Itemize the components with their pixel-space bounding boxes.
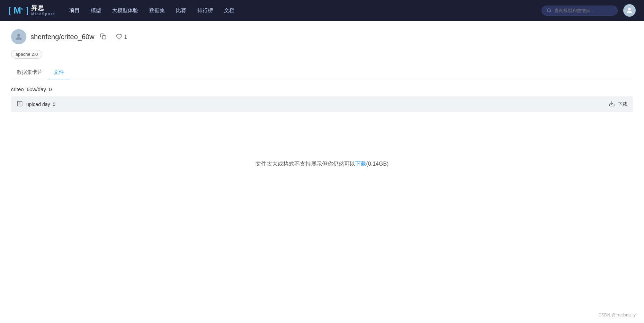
nav-link-dataset[interactable]: 数据集 bbox=[149, 7, 165, 13]
download-icon bbox=[609, 101, 615, 108]
nav-item-llm[interactable]: 大模型体验 bbox=[112, 7, 138, 14]
main-content: shenfeng/criteo_60w 1 apache 2.0 数据集卡片 文… bbox=[0, 21, 644, 225]
nav-item-project[interactable]: 项目 bbox=[69, 7, 80, 14]
user-avatar bbox=[11, 29, 26, 44]
navbar-right bbox=[542, 4, 636, 17]
heart-icon bbox=[116, 34, 122, 40]
logo-brand-name: 昇思 bbox=[31, 5, 55, 12]
avatar-icon bbox=[14, 32, 23, 41]
copy-icon[interactable] bbox=[100, 33, 106, 41]
file-icon bbox=[17, 101, 23, 108]
file-name: upload day_0 bbox=[26, 102, 55, 107]
avatar[interactable] bbox=[623, 4, 636, 17]
file-row-left: upload day_0 bbox=[17, 101, 55, 108]
search-icon bbox=[547, 8, 552, 13]
nav-link-docs[interactable]: 文档 bbox=[224, 7, 234, 13]
svg-rect-5 bbox=[17, 101, 22, 106]
logo[interactable]: [ Ms ] 昇思 MindSpore bbox=[8, 5, 55, 16]
nav-link-contest[interactable]: 比赛 bbox=[176, 7, 186, 13]
nav-link-project[interactable]: 项目 bbox=[69, 7, 80, 13]
breadcrumb-path: criteo_60w/day_0 bbox=[11, 86, 633, 92]
profile-row: shenfeng/criteo_60w 1 bbox=[11, 29, 633, 44]
download-button[interactable]: 下载 bbox=[609, 101, 627, 108]
nav-link-model[interactable]: 模型 bbox=[91, 7, 101, 13]
search-box[interactable] bbox=[542, 6, 618, 16]
tabs: 数据集卡片 文件 bbox=[11, 66, 633, 79]
file-message-prefix: 文件太大或格式不支持展示但你仍然可以 bbox=[256, 161, 355, 167]
navbar: [ Ms ] 昇思 MindSpore 项目 模型 大模型体验 数据集 比赛 排… bbox=[0, 0, 644, 21]
navbar-left: [ Ms ] 昇思 MindSpore 项目 模型 大模型体验 数据集 比赛 排… bbox=[8, 5, 234, 16]
logo-brand-sub: MindSpore bbox=[31, 12, 55, 16]
svg-point-2 bbox=[628, 8, 630, 10]
svg-line-1 bbox=[550, 11, 551, 12]
file-download-link[interactable]: 下载 bbox=[355, 161, 366, 167]
nav-item-model[interactable]: 模型 bbox=[91, 7, 101, 14]
nav-link-leaderboard[interactable]: 排行榜 bbox=[197, 7, 213, 13]
svg-rect-4 bbox=[102, 35, 106, 39]
nav-links: 项目 模型 大模型体验 数据集 比赛 排行榜 文档 bbox=[69, 7, 234, 14]
like-count: 1 bbox=[124, 34, 127, 40]
nav-item-leaderboard[interactable]: 排行榜 bbox=[197, 7, 213, 14]
search-input[interactable] bbox=[554, 8, 612, 13]
nav-item-contest[interactable]: 比赛 bbox=[176, 7, 186, 14]
svg-point-0 bbox=[547, 9, 551, 12]
license-badge[interactable]: apache 2.0 bbox=[11, 50, 42, 59]
like-section[interactable]: 1 bbox=[116, 34, 127, 40]
nav-item-dataset[interactable]: 数据集 bbox=[149, 7, 165, 14]
tab-dataset-card[interactable]: 数据集卡片 bbox=[11, 66, 48, 79]
nav-item-docs[interactable]: 文档 bbox=[224, 7, 234, 14]
svg-point-3 bbox=[17, 34, 20, 37]
tab-files[interactable]: 文件 bbox=[48, 66, 70, 79]
download-label: 下载 bbox=[618, 101, 627, 107]
file-row: upload day_0 下载 bbox=[11, 96, 633, 112]
file-content-area: 文件太大或格式不支持展示但你仍然可以下载(0.14GB) bbox=[11, 112, 633, 216]
file-message-suffix: (0.14GB) bbox=[366, 161, 389, 167]
nav-link-llm[interactable]: 大模型体验 bbox=[112, 7, 138, 13]
dataset-title: shenfeng/criteo_60w bbox=[30, 33, 95, 41]
logo-text: 昇思 MindSpore bbox=[31, 5, 55, 16]
user-icon bbox=[626, 7, 633, 14]
